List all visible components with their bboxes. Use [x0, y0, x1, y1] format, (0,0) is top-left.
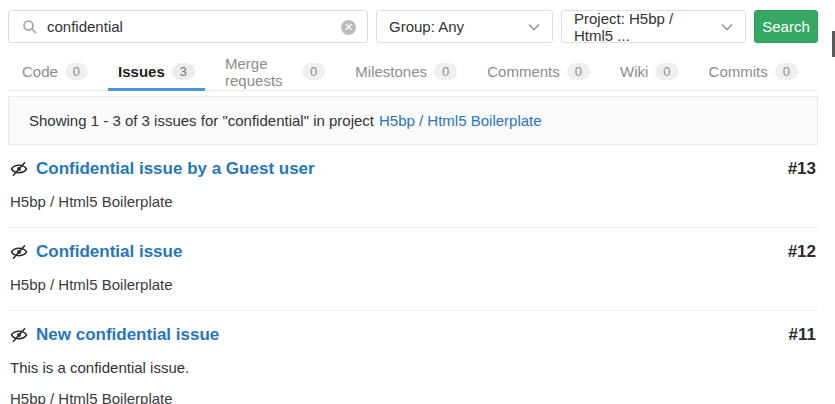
chevron-down-icon — [528, 23, 540, 31]
search-button[interactable]: Search — [754, 10, 818, 43]
tab-issues[interactable]: Issues 3 — [108, 53, 205, 90]
search-results-page: ✕ Group: Any Project: H5bp / Html5 ... S… — [0, 0, 835, 404]
project-filter-dropdown[interactable]: Project: H5bp / Html5 ... — [561, 10, 746, 43]
issue-id: #11 — [789, 325, 816, 345]
search-scope-tabs: Code 0 Issues 3 Merge requests 0 Milesto… — [8, 53, 818, 91]
issue-title-link[interactable]: New confidential issue — [36, 325, 219, 345]
issue-id: #13 — [788, 159, 816, 179]
tab-code[interactable]: Code 0 — [12, 53, 98, 90]
chevron-down-icon — [721, 23, 733, 31]
issue-title-link[interactable]: Confidential issue — [36, 242, 182, 262]
eye-slash-icon — [10, 160, 28, 178]
results-summary-bar: Showing 1 - 3 of 3 issues for "confident… — [8, 96, 818, 145]
tab-count-badge: 0 — [775, 63, 798, 80]
project-link[interactable]: H5bp / Html5 Boilerplate — [379, 112, 542, 129]
issue-results-list: Confidential issue by a Guest user #13 H… — [8, 145, 818, 404]
tab-label: Issues — [118, 63, 165, 80]
issue-project-name: H5bp / Html5 Boilerplate — [10, 276, 816, 293]
search-icon — [22, 19, 38, 39]
issue-title-wrap: Confidential issue by a Guest user — [10, 159, 315, 179]
results-summary-text: Showing 1 - 3 of 3 issues for "confident… — [29, 112, 374, 129]
issue-header: Confidential issue #12 — [10, 242, 816, 262]
tab-count-badge: 3 — [172, 63, 195, 80]
issue-title-link[interactable]: Confidential issue by a Guest user — [36, 159, 315, 179]
tab-count-badge: 0 — [65, 63, 88, 80]
clear-search-icon[interactable]: ✕ — [341, 20, 356, 35]
search-filter-bar: ✕ Group: Any Project: H5bp / Html5 ... S… — [8, 10, 818, 43]
eye-slash-icon — [10, 243, 28, 261]
issue-header: Confidential issue by a Guest user #13 — [10, 159, 816, 179]
tab-comments[interactable]: Comments 0 — [477, 53, 600, 90]
tab-count-badge: 0 — [302, 63, 325, 80]
tab-label: Milestones — [355, 63, 427, 80]
issue-row: Confidential issue by a Guest user #13 H… — [8, 145, 818, 228]
tab-count-badge: 0 — [655, 63, 678, 80]
issue-project-name: H5bp / Html5 Boilerplate — [10, 193, 816, 210]
issue-project-name: H5bp / Html5 Boilerplate — [10, 390, 816, 404]
tab-label: Comments — [487, 63, 560, 80]
tab-label: Merge requests — [225, 55, 295, 89]
tab-label: Wiki — [620, 63, 648, 80]
issue-title-wrap: New confidential issue — [10, 325, 219, 345]
issue-header: New confidential issue #11 — [10, 325, 816, 345]
search-box: ✕ — [8, 10, 368, 43]
project-filter-label: Project: H5bp / Html5 ... — [574, 10, 713, 44]
tab-label: Code — [22, 63, 58, 80]
issue-id: #12 — [788, 242, 816, 262]
tab-count-badge: 0 — [434, 63, 457, 80]
group-filter-label: Group: Any — [389, 18, 464, 35]
tab-wiki[interactable]: Wiki 0 — [610, 53, 689, 90]
tab-merge-requests[interactable]: Merge requests 0 — [215, 53, 335, 90]
issue-row: Confidential issue #12 H5bp / Html5 Boil… — [8, 228, 818, 311]
search-input[interactable] — [47, 18, 333, 35]
tab-count-badge: 0 — [567, 63, 590, 80]
eye-slash-icon — [10, 326, 28, 344]
tab-label: Commits — [709, 63, 768, 80]
issue-description: This is a confidential issue. — [10, 359, 816, 376]
tab-milestones[interactable]: Milestones 0 — [345, 53, 467, 90]
tab-commits[interactable]: Commits 0 — [699, 53, 808, 90]
issue-row: New confidential issue #11 This is a con… — [8, 311, 818, 404]
issue-title-wrap: Confidential issue — [10, 242, 182, 262]
group-filter-dropdown[interactable]: Group: Any — [376, 10, 553, 43]
